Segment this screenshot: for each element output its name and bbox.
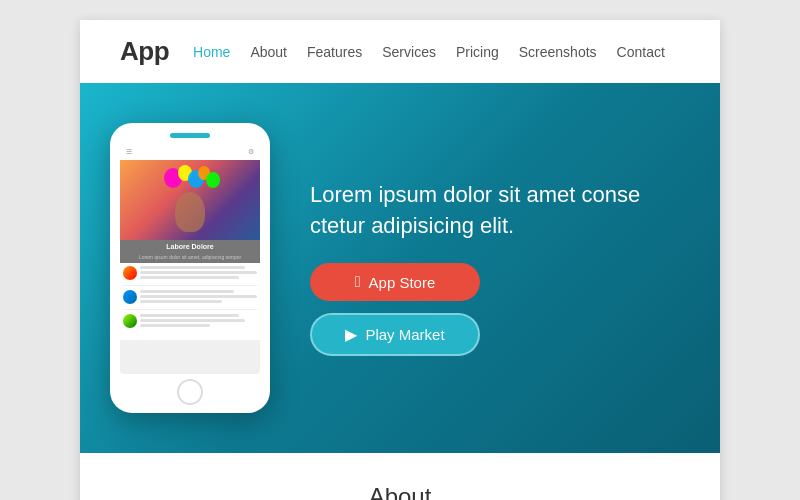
about-title: About [120, 483, 680, 500]
screen-text-line [140, 271, 257, 274]
screen-text-line [140, 290, 234, 293]
screen-text-line [140, 314, 239, 317]
screen-text-block-1 [140, 266, 257, 281]
screen-menu-icon: ☰ [126, 148, 132, 156]
hero-section: ☰ ⚙ Labore Dolore [80, 83, 720, 453]
screen-text-line [140, 266, 245, 269]
phone-mockup: ☰ ⚙ Labore Dolore [110, 123, 270, 413]
header: App Home About Features Services Pricing… [80, 20, 720, 83]
screen-gear-icon: ⚙ [248, 148, 254, 156]
android-icon: ▶ [345, 325, 357, 344]
screen-list-item [123, 266, 257, 286]
page-wrapper: App Home About Features Services Pricing… [80, 20, 720, 500]
apple-icon:  [355, 273, 361, 291]
nav-item-screenshots[interactable]: Screenshots [519, 44, 597, 60]
screen-text-line [140, 324, 210, 327]
nav-item-pricing[interactable]: Pricing [456, 44, 499, 60]
screen-text-block-2 [140, 290, 257, 305]
screen-header: ☰ ⚙ [120, 144, 260, 160]
nav-item-about[interactable]: About [250, 44, 287, 60]
play-market-button[interactable]: ▶ Play Market [310, 313, 480, 356]
logo: App [120, 36, 169, 67]
phone-home-button [177, 379, 203, 405]
phone-screen: ☰ ⚙ Labore Dolore [120, 144, 260, 374]
screen-text-block-3 [140, 314, 257, 329]
screen-text-line [140, 295, 257, 298]
nav: Home About Features Services Pricing Scr… [193, 44, 665, 60]
screen-text-line [140, 319, 245, 322]
app-store-label: App Store [369, 274, 436, 291]
screen-avatar-3 [123, 314, 137, 328]
nav-item-contact[interactable]: Contact [617, 44, 665, 60]
about-section: About [80, 453, 720, 500]
play-market-label: Play Market [365, 326, 444, 343]
screen-avatar-1 [123, 266, 137, 280]
hero-heading: Lorem ipsum dolor sit amet conse ctetur … [310, 180, 670, 242]
phone-speaker [170, 133, 210, 138]
nav-item-features[interactable]: Features [307, 44, 362, 60]
screen-title: Labore Dolore [120, 240, 260, 253]
screen-list [120, 263, 260, 340]
app-store-button[interactable]:  App Store [310, 263, 480, 301]
screen-text-line [140, 300, 222, 303]
nav-item-home[interactable]: Home [193, 44, 230, 60]
screen-avatar-2 [123, 290, 137, 304]
hero-text: Lorem ipsum dolor sit amet conse ctetur … [310, 180, 670, 357]
screen-subtitle: Lorem ipsum dolor sit amet, adipiscing t… [120, 253, 260, 263]
screen-text-line [140, 276, 239, 279]
nav-item-services[interactable]: Services [382, 44, 436, 60]
screen-list-item [123, 314, 257, 333]
screen-hero-image [120, 160, 260, 240]
screen-list-item [123, 290, 257, 310]
